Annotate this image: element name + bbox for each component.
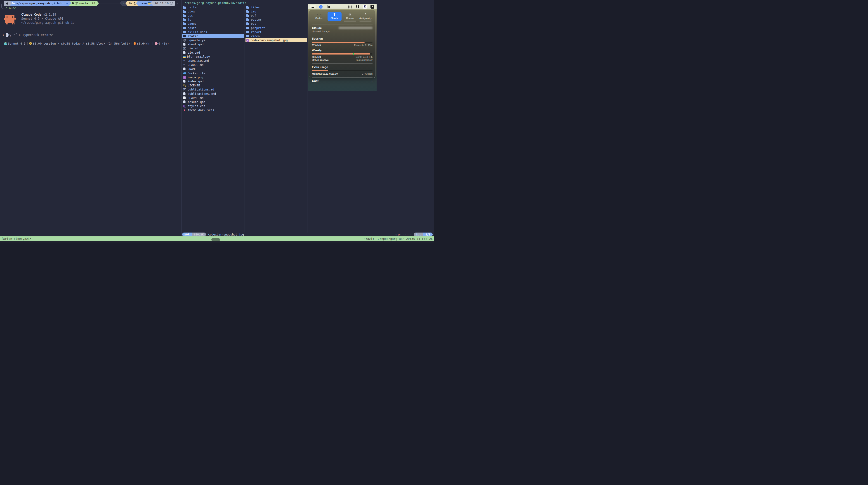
file-row[interactable]: about.qmd xyxy=(182,42,244,46)
menubar-icon[interactable] xyxy=(319,5,322,8)
file-row[interactable]: bio.md xyxy=(182,46,244,51)
file-name: publications.md xyxy=(188,88,214,91)
file-row[interactable]: bio.qmd xyxy=(182,51,244,55)
scroll-position-badge: Bot xyxy=(414,232,423,236)
file-row[interactable]: report xyxy=(246,30,307,34)
app-version: v2.1.39 xyxy=(43,13,56,16)
extra-progress xyxy=(312,70,373,71)
file-row[interactable]: ppt xyxy=(246,22,307,26)
session-progress xyxy=(312,41,373,43)
file-row[interactable]: pages xyxy=(182,22,244,26)
mode-badge: NOR xyxy=(182,232,192,236)
file-row[interactable]: README.md xyxy=(182,96,244,100)
file-name: index.qmd xyxy=(188,80,204,83)
session-title: Session xyxy=(312,37,373,40)
menubar-icon[interactable] xyxy=(326,5,330,8)
file-row[interactable]: Dockerfile xyxy=(182,71,244,75)
file-row[interactable]: pdf xyxy=(246,13,307,18)
menubar-icon[interactable] xyxy=(348,5,352,8)
file-row[interactable]: _quarto.yml xyxy=(182,38,244,42)
file-row[interactable]: preprint xyxy=(246,26,307,30)
cursor-usage-bar xyxy=(344,21,356,22)
file-row[interactable]: theme-dark.scss xyxy=(182,108,244,112)
file-row[interactable]: codexbar-snapshot.jpg xyxy=(246,38,307,42)
status-cost: $0.00 session / $0.58 today / $0.58 bloc… xyxy=(33,42,130,45)
menubar-icon[interactable] xyxy=(333,5,337,8)
menubar-icon[interactable] xyxy=(310,5,315,8)
file-row[interactable]: publications.qmd xyxy=(182,92,244,96)
status-context: 0 (0%) xyxy=(158,42,169,45)
file-row[interactable]: skills-docs xyxy=(182,30,244,34)
file-row[interactable]: video xyxy=(246,34,307,38)
file-row[interactable]: resume.qmd xyxy=(182,100,244,104)
file-row[interactable]: css xyxy=(182,13,244,18)
file-icon xyxy=(246,31,250,33)
hourglass-icon xyxy=(134,2,136,4)
tmux-window-title: "Yazi: ~/repos/garg-aa" 20:35 11-Feb-26 xyxy=(364,237,433,240)
conda-label: base xyxy=(140,2,147,5)
file-name: codexbar-snapshot.jpg xyxy=(251,38,288,42)
file-icon xyxy=(183,22,186,25)
provider-title: Claude xyxy=(312,26,322,30)
file-row[interactable]: img xyxy=(246,9,307,13)
tmux-session-label[interactable]: [write-blo0:yazi* xyxy=(1,237,31,240)
yazi-statusbar: NOR 620.2K codexbar-snapshot.jpg -rw-r--… xyxy=(182,232,433,236)
file-permissions: -rw-r--r-- xyxy=(395,233,411,236)
file-icon xyxy=(183,88,186,91)
file-icon xyxy=(246,26,250,29)
file-icon xyxy=(183,72,186,75)
yazi-column-divider-1 xyxy=(245,5,245,232)
file-size-badge: 620.2K xyxy=(192,232,206,236)
file-name: styles.css xyxy=(188,104,205,108)
file-icon xyxy=(183,18,186,21)
file-row[interactable]: poster xyxy=(246,18,307,22)
file-row[interactable]: image.png xyxy=(182,75,244,79)
updated-label: Updated 1m ago xyxy=(312,30,373,33)
claude-input[interactable]: ❯ Try "fix typecheck errors" xyxy=(2,33,54,37)
cost-row[interactable]: Cost › xyxy=(312,79,373,83)
screen: ~/repos/garg-aayush.github.io master ?8 … xyxy=(0,0,434,242)
file-row[interactable]: publications.md xyxy=(182,88,244,92)
session-resets: Resets in 3h 25m xyxy=(354,44,373,47)
git-branch-label: master ?8 xyxy=(79,2,95,5)
file-row[interactable]: files xyxy=(246,5,307,9)
file-name: skills-docs xyxy=(188,30,207,34)
file-row[interactable]: blur_email.py xyxy=(182,55,244,59)
file-row[interactable]: CNAME xyxy=(182,67,244,71)
menubar-icon[interactable] xyxy=(370,5,374,8)
file-name: about.qmd xyxy=(188,42,204,46)
tab-codex[interactable]: Codex xyxy=(312,12,326,20)
menubar-icon[interactable] xyxy=(363,5,367,8)
file-name: blog xyxy=(188,10,195,13)
file-row[interactable]: posts xyxy=(182,26,244,30)
menubar-icon[interactable] xyxy=(356,5,360,8)
menubar-icon[interactable] xyxy=(341,5,345,8)
file-row[interactable]: CLAUDE.md xyxy=(182,63,244,67)
file-row[interactable]: index.qmd xyxy=(182,79,244,83)
yazi-parent-list: _site blog css js pages xyxy=(182,5,244,112)
file-row[interactable]: _site xyxy=(182,5,244,9)
file-row[interactable]: js xyxy=(182,18,244,22)
tab-cursor[interactable]: Cursor xyxy=(343,12,357,22)
file-name: static xyxy=(188,34,198,38)
file-row[interactable]: CHANGELOG.md xyxy=(182,59,244,63)
cost-label: Cost xyxy=(312,79,318,83)
tab-claude[interactable]: Claude xyxy=(328,12,342,21)
tab-antigravity[interactable]: Λ Antigravity xyxy=(359,12,373,22)
file-icon xyxy=(183,80,186,83)
brain-icon xyxy=(155,42,158,45)
status-rate: $0.64/hr xyxy=(137,42,151,45)
file-icon xyxy=(183,56,186,58)
file-name: report xyxy=(251,30,261,34)
weekly-resets: Resets in 4d 15h xyxy=(355,56,373,58)
file-row[interactable]: LICENSE xyxy=(182,83,244,88)
file-name: _quarto.yml xyxy=(188,38,207,42)
yazi-path-header: ~/repos/garg-aayush.github.io/static xyxy=(183,1,246,4)
cwd-line: ~/repos/garg-aayush.github.io xyxy=(21,21,74,25)
file-row[interactable]: blog xyxy=(182,9,244,13)
powerline-connector xyxy=(97,3,121,3)
file-row[interactable]: styles.css xyxy=(182,104,244,108)
typed-command: claude xyxy=(5,6,16,10)
file-row[interactable]: static xyxy=(182,34,244,38)
file-icon xyxy=(246,18,250,21)
